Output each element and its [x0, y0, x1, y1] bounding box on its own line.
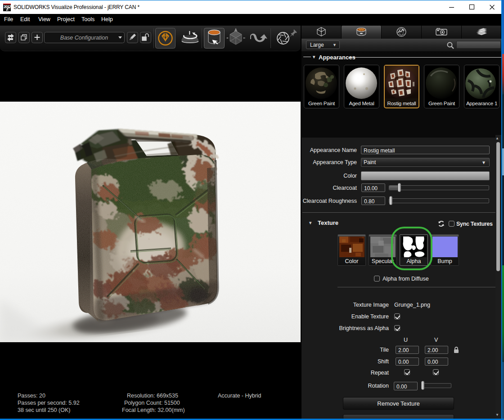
svg-text:Base Configuration: Base Configuration	[60, 35, 108, 41]
